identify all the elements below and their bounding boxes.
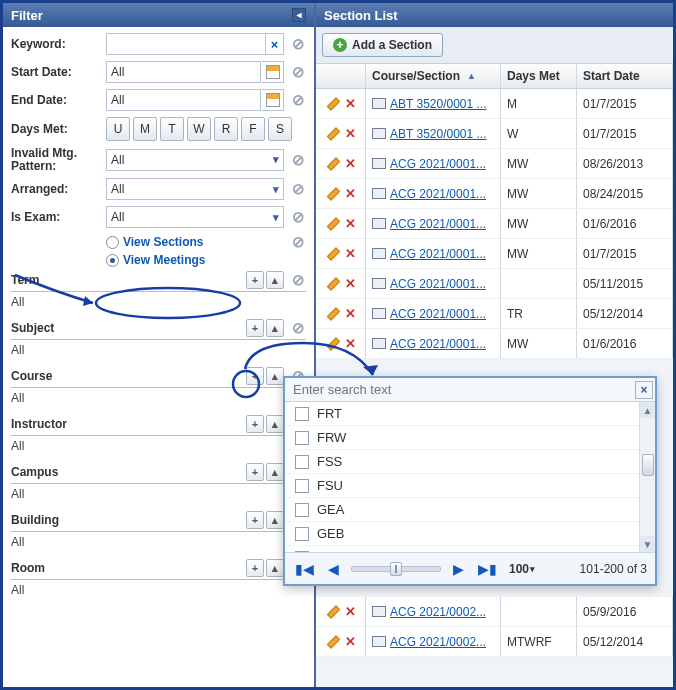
popup-item[interactable]: GEB: [285, 522, 655, 546]
edit-row-button[interactable]: [326, 276, 341, 291]
section-link[interactable]: ACG 2021/0001...: [390, 187, 486, 201]
arranged-select[interactable]: All ▾: [106, 178, 284, 200]
pager-slider[interactable]: [351, 566, 441, 572]
day-r[interactable]: R: [214, 117, 238, 141]
cat-collapse-button[interactable]: ▴: [266, 415, 284, 433]
view-meetings-label[interactable]: View Meetings: [123, 253, 205, 267]
pager-pagesize[interactable]: 100▾: [509, 562, 535, 576]
section-link[interactable]: ABT 3520/0001 ...: [390, 97, 487, 111]
section-link[interactable]: ACG 2021/0001...: [390, 277, 486, 291]
delete-row-button[interactable]: ✕: [345, 306, 356, 321]
delete-row-button[interactable]: ✕: [345, 156, 356, 171]
scroll-thumb[interactable]: [642, 454, 654, 476]
checkbox[interactable]: [295, 431, 309, 445]
delete-row-button[interactable]: ✕: [345, 336, 356, 351]
cat-collapse-button[interactable]: ▴: [266, 319, 284, 337]
edit-row-button[interactable]: [326, 604, 341, 619]
checkbox[interactable]: [295, 551, 309, 553]
cat-add-button[interactable]: +: [246, 559, 264, 577]
section-link[interactable]: ACG 2021/0001...: [390, 247, 486, 261]
pager-last-button[interactable]: ▶▮: [476, 561, 499, 577]
edit-row-button[interactable]: [326, 186, 341, 201]
view-sections-label[interactable]: View Sections: [123, 235, 203, 249]
section-link[interactable]: ABT 3520/0001 ...: [390, 127, 487, 141]
popup-item[interactable]: GEO: [285, 546, 655, 552]
section-link[interactable]: ACG 2021/0002...: [390, 605, 486, 619]
end-date-calendar-button[interactable]: [262, 89, 284, 111]
cat-add-button[interactable]: +: [246, 463, 264, 481]
cat-collapse-button[interactable]: ▴: [266, 271, 284, 289]
delete-row-button[interactable]: ✕: [345, 96, 356, 111]
cat-add-button[interactable]: +: [246, 319, 264, 337]
checkbox[interactable]: [295, 407, 309, 421]
delete-row-button[interactable]: ✕: [345, 186, 356, 201]
popup-item[interactable]: FRT: [285, 402, 655, 426]
day-s[interactable]: S: [268, 117, 292, 141]
section-link[interactable]: ACG 2021/0001...: [390, 217, 486, 231]
edit-row-button[interactable]: [326, 96, 341, 111]
scroll-up-button[interactable]: ▲: [640, 402, 655, 418]
clear-keyword-button[interactable]: ×: [266, 33, 284, 55]
delete-row-button[interactable]: ✕: [345, 276, 356, 291]
col-days[interactable]: Days Met: [501, 64, 577, 88]
section-link[interactable]: ACG 2021/0001...: [390, 337, 486, 351]
day-f[interactable]: F: [241, 117, 265, 141]
end-date-select[interactable]: All: [106, 89, 261, 111]
checkbox[interactable]: [295, 479, 309, 493]
pager-prev-button[interactable]: ◀: [326, 561, 341, 577]
view-meetings-radio[interactable]: [106, 254, 119, 267]
section-link[interactable]: ACG 2021/0001...: [390, 157, 486, 171]
edit-row-button[interactable]: [326, 246, 341, 261]
start-date-select[interactable]: All: [106, 61, 261, 83]
add-section-button[interactable]: + Add a Section: [322, 33, 443, 57]
popup-close-button[interactable]: ×: [635, 381, 653, 399]
popup-item[interactable]: FSS: [285, 450, 655, 474]
checkbox[interactable]: [295, 503, 309, 517]
keyword-input[interactable]: [106, 33, 266, 55]
popup-item[interactable]: FRW: [285, 426, 655, 450]
edit-row-button[interactable]: [326, 634, 341, 649]
is-exam-select[interactable]: All ▾: [106, 206, 284, 228]
edit-row-button[interactable]: [326, 336, 341, 351]
delete-row-button[interactable]: ✕: [345, 216, 356, 231]
day-t[interactable]: T: [160, 117, 184, 141]
delete-row-button[interactable]: ✕: [345, 126, 356, 141]
popup-list[interactable]: ▲ ▼ FRTFRWFSSFSUGEAGEBGEO: [285, 402, 655, 552]
checkbox[interactable]: [295, 527, 309, 541]
popup-scrollbar[interactable]: ▲ ▼: [639, 402, 655, 552]
cat-collapse-button[interactable]: ▴: [266, 511, 284, 529]
cat-collapse-button[interactable]: ▴: [266, 463, 284, 481]
cat-add-button[interactable]: +: [246, 511, 264, 529]
collapse-filter-button[interactable]: ◄: [292, 8, 306, 22]
edit-row-button[interactable]: [326, 216, 341, 231]
invalid-mtg-select[interactable]: All ▾: [106, 149, 284, 171]
edit-row-button[interactable]: [326, 306, 341, 321]
popup-search-input[interactable]: [285, 378, 633, 401]
cat-add-button[interactable]: +: [246, 367, 264, 385]
cat-collapse-button[interactable]: ▴: [266, 559, 284, 577]
day-m[interactable]: M: [133, 117, 157, 141]
popup-item[interactable]: GEA: [285, 498, 655, 522]
delete-row-button[interactable]: ✕: [345, 246, 356, 261]
checkbox[interactable]: [295, 455, 309, 469]
section-link[interactable]: ACG 2021/0002...: [390, 635, 486, 649]
delete-row-button[interactable]: ✕: [345, 634, 356, 649]
day-u[interactable]: U: [106, 117, 130, 141]
popup-item[interactable]: FSU: [285, 474, 655, 498]
edit-row-button[interactable]: [326, 156, 341, 171]
cat-collapse-button[interactable]: ▴: [266, 367, 284, 385]
day-w[interactable]: W: [187, 117, 211, 141]
cat-add-button[interactable]: +: [246, 415, 264, 433]
pager-slider-thumb[interactable]: [390, 562, 402, 576]
start-date-calendar-button[interactable]: [262, 61, 284, 83]
cat-add-button[interactable]: +: [246, 271, 264, 289]
col-start[interactable]: Start Date: [577, 64, 673, 88]
delete-row-button[interactable]: ✕: [345, 604, 356, 619]
pager-next-button[interactable]: ▶: [451, 561, 466, 577]
col-course[interactable]: Course/Section ▲: [366, 64, 501, 88]
pager-first-button[interactable]: ▮◀: [293, 561, 316, 577]
edit-row-button[interactable]: [326, 126, 341, 141]
view-sections-radio[interactable]: [106, 236, 119, 249]
section-link[interactable]: ACG 2021/0001...: [390, 307, 486, 321]
scroll-down-button[interactable]: ▼: [640, 536, 655, 552]
